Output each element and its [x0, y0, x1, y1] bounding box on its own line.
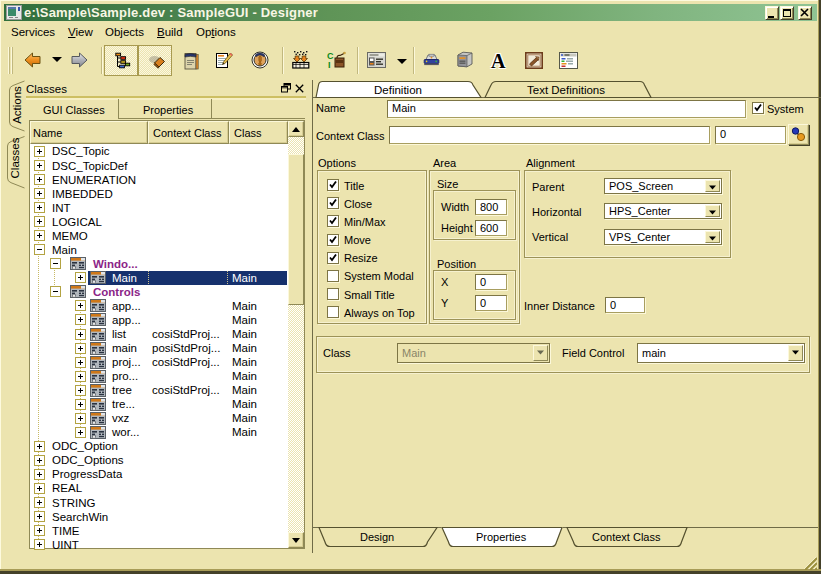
svg-text:I: I — [328, 60, 331, 69]
